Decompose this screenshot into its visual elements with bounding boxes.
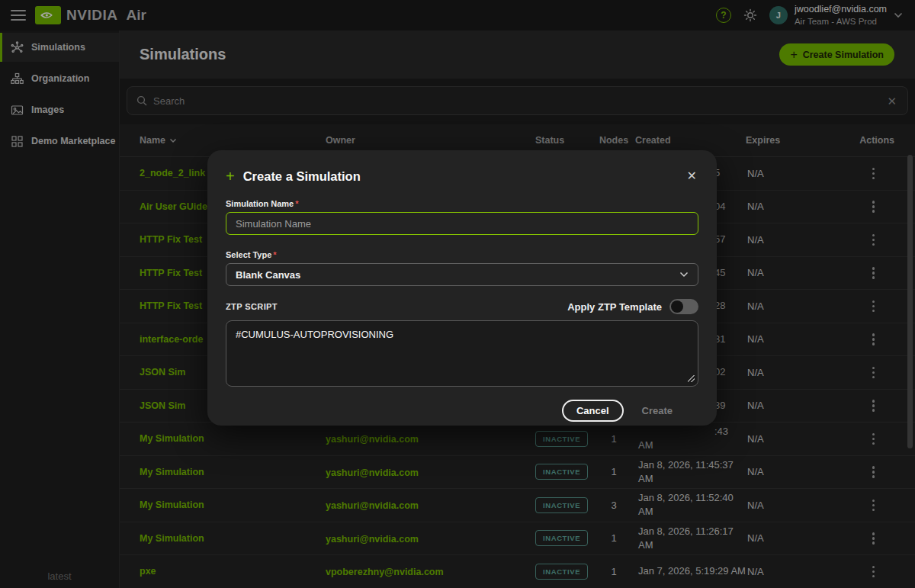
ztp-script-textarea[interactable]: #CUMULUS-AUTOPROVISIONING: [226, 320, 698, 387]
modal-header: + Create a Simulation ✕: [207, 150, 717, 184]
type-select[interactable]: Blank Canvas: [226, 263, 698, 286]
create-simulation-modal: + Create a Simulation ✕ Simulation Name*…: [207, 150, 717, 426]
modal-title: Create a Simulation: [243, 169, 361, 184]
select-type-label: Select Type*: [226, 250, 698, 259]
toggle-knob: [671, 300, 683, 313]
close-icon[interactable]: ✕: [685, 169, 698, 184]
nvidia-air-app: NVIDIA Air ? J jwoodlief@nvidia.com Air …: [0, 0, 915, 588]
required-asterisk: *: [273, 250, 276, 259]
modal-footer: Cancel Create: [226, 387, 698, 422]
type-select-value: Blank Canvas: [236, 269, 300, 281]
chevron-down-icon: [679, 272, 689, 278]
ztp-script-label: ZTP SCRIPT: [226, 302, 278, 311]
ztp-row: ZTP SCRIPT Apply ZTP Template: [226, 299, 698, 314]
simulation-name-input[interactable]: [226, 212, 698, 235]
cancel-button[interactable]: Cancel: [562, 400, 624, 422]
create-button[interactable]: Create: [636, 405, 679, 416]
modal-body: Simulation Name* Select Type* Blank Canv…: [207, 199, 717, 422]
apply-ztp-template-label: Apply ZTP Template: [567, 301, 662, 313]
required-asterisk: *: [295, 199, 298, 208]
plus-icon: +: [226, 169, 235, 184]
apply-ztp-template-toggle[interactable]: [669, 299, 698, 314]
simulation-name-label: Simulation Name*: [226, 199, 698, 208]
